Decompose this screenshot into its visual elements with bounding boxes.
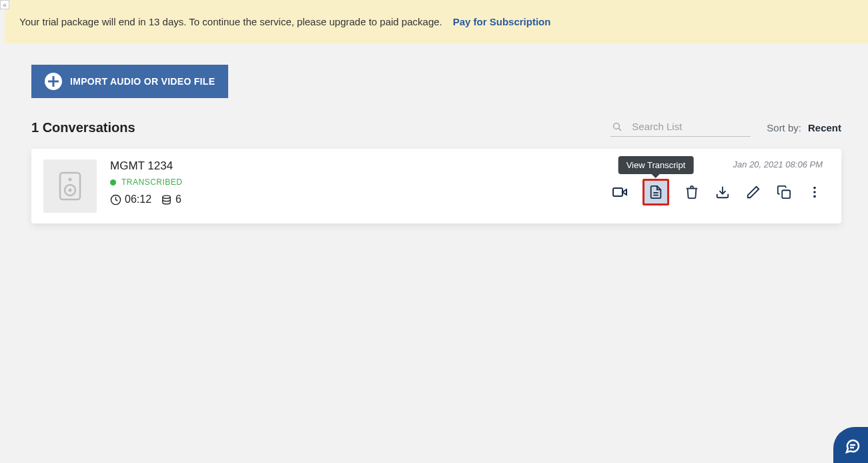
collapse-sidebar-handle[interactable]: « [0,0,9,9]
clock-icon [110,194,121,205]
download-icon [715,185,730,199]
chat-widget-button[interactable] [833,427,868,463]
conversation-card[interactable]: MGMT 1234 TRANSCRIBED 06:12 6 [31,149,841,223]
copy-button[interactable] [776,184,792,200]
copy-icon [777,185,791,199]
segments: 6 [161,193,181,205]
pencil-icon [746,185,761,199]
view-transcript-button[interactable]: View Transcript [642,179,669,205]
chat-icon [845,438,861,454]
document-icon [648,185,663,199]
play-video-button[interactable] [612,184,628,200]
status-text: TRANSCRIBED [121,177,183,187]
meta-row: 06:12 6 [110,193,612,205]
conversation-right: Jan 20, 2021 08:06 PM View Transcript [612,159,823,205]
main-area: Your trial package will end in 13 days. … [0,0,868,245]
action-row: View Transcript [612,179,823,205]
video-icon [612,184,628,200]
list-header: 1 Conversations Sort by: Recent [31,118,841,137]
trial-banner-text: Your trial package will end in 13 days. … [19,16,442,27]
segments-value: 6 [175,193,181,205]
search-input[interactable] [632,121,749,132]
svg-point-3 [69,178,72,181]
download-button[interactable] [715,184,731,200]
conversation-date: Jan 20, 2021 08:06 PM [733,159,823,169]
svg-point-16 [813,195,816,198]
svg-point-15 [813,191,816,193]
search-icon [612,121,622,132]
sort-by-value[interactable]: Recent [808,122,841,133]
plus-icon [45,73,62,90]
svg-point-14 [813,187,816,189]
speaker-icon [59,171,81,201]
trash-icon [685,185,699,199]
svg-rect-8 [613,188,622,196]
svg-rect-13 [782,190,790,198]
content: IMPORT AUDIO OR VIDEO FILE 1 Conversatio… [5,43,868,245]
stack-icon [161,194,172,205]
conversation-count-title: 1 Conversations [31,120,135,135]
delete-button[interactable] [684,184,700,200]
conversation-title: MGMT 1234 [110,159,612,173]
search-field[interactable] [610,118,751,137]
svg-point-7 [163,195,170,198]
status-row: TRANSCRIBED [110,177,612,187]
edit-button[interactable] [745,184,761,200]
sort-by-label: Sort by: [767,122,801,133]
import-button-label: IMPORT AUDIO OR VIDEO FILE [70,76,215,87]
conversation-body: MGMT 1234 TRANSCRIBED 06:12 6 [110,159,612,205]
more-vertical-icon [807,185,822,199]
svg-point-5 [69,189,72,192]
conversation-thumbnail [43,159,97,213]
trial-banner: Your trial package will end in 13 days. … [5,0,868,43]
tooltip: View Transcript [618,156,694,174]
duration: 06:12 [110,193,151,205]
import-file-button[interactable]: IMPORT AUDIO OR VIDEO FILE [31,65,228,98]
status-dot-icon [110,179,116,185]
duration-value: 06:12 [125,193,151,205]
svg-point-0 [614,123,620,129]
pay-subscription-link[interactable]: Pay for Subscription [453,16,551,27]
svg-line-1 [619,128,622,131]
more-options-button[interactable] [807,184,823,200]
